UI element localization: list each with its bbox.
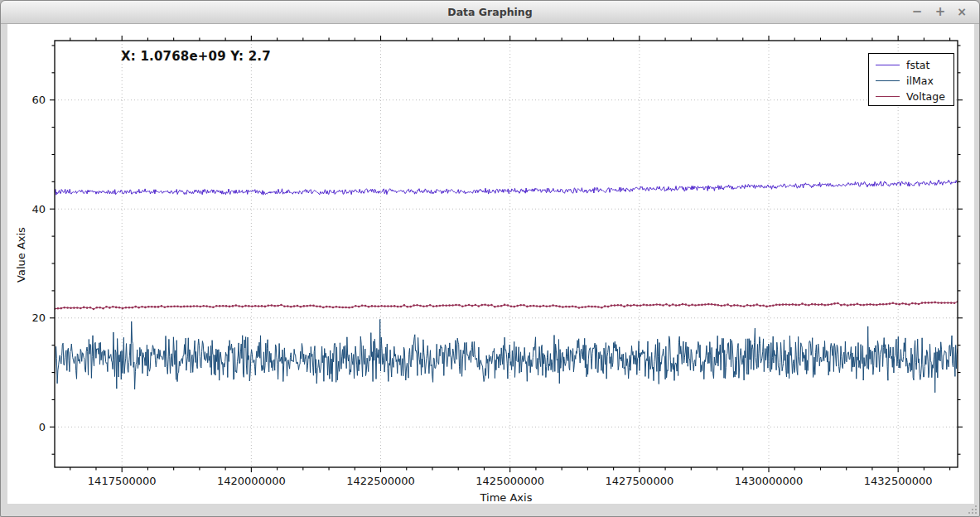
legend-entry-ilmax[interactable]: ilMax	[869, 73, 953, 89]
axes-layer: 1417500000142000000014225000001425000000…	[31, 36, 963, 487]
resize-grip[interactable]	[968, 505, 977, 514]
legend-box: fstat ilMax Voltage	[868, 53, 954, 106]
y-axis-label: Value Axis	[15, 56, 27, 454]
svg-text:20: 20	[31, 312, 46, 324]
content-area: 1417500000142000000014225000001425000000…	[7, 24, 974, 504]
svg-text:1422500000: 1422500000	[346, 475, 415, 487]
series-ilMax	[55, 320, 958, 393]
maximize-button[interactable]: +	[931, 3, 949, 20]
svg-text:40: 40	[31, 203, 46, 215]
svg-text:1430000000: 1430000000	[735, 475, 804, 487]
svg-text:1425000000: 1425000000	[476, 475, 544, 487]
legend-label-fstat: fstat	[906, 59, 929, 71]
chart-canvas[interactable]: 1417500000142000000014225000001425000000…	[7, 24, 974, 504]
legend-label-voltage: Voltage	[906, 90, 945, 103]
minimize-button[interactable]: −	[908, 3, 926, 20]
ilmax-legend-line	[876, 80, 900, 81]
fstat-legend-line	[876, 65, 900, 65]
svg-text:1420000000: 1420000000	[217, 475, 286, 487]
svg-text:1417500000: 1417500000	[88, 475, 157, 487]
title-bar[interactable]: Data Graphing − + ×	[1, 1, 979, 24]
series-Voltage	[54, 301, 959, 310]
svg-text:1427500000: 1427500000	[605, 475, 673, 487]
legend-entry-fstat[interactable]: fstat	[869, 57, 953, 73]
window-frame: Data Graphing − + × 14175000001420000000…	[0, 0, 980, 517]
close-button[interactable]: ×	[953, 3, 971, 20]
legend-entry-voltage[interactable]: Voltage	[869, 89, 953, 104]
series-fstat	[55, 180, 958, 195]
legend-label-ilmax: ilMax	[906, 75, 934, 87]
svg-text:60: 60	[31, 94, 46, 106]
x-axis-label: Time Axis	[55, 491, 958, 504]
cursor-readout: X: 1.0768e+09 Y: 2.7	[121, 49, 271, 64]
svg-text:1432500000: 1432500000	[864, 475, 933, 487]
svg-text:0: 0	[39, 421, 46, 433]
grid-layer	[55, 41, 958, 467]
window-title: Data Graphing	[1, 6, 979, 18]
voltage-legend-line	[876, 96, 900, 97]
series-layer	[54, 180, 959, 393]
